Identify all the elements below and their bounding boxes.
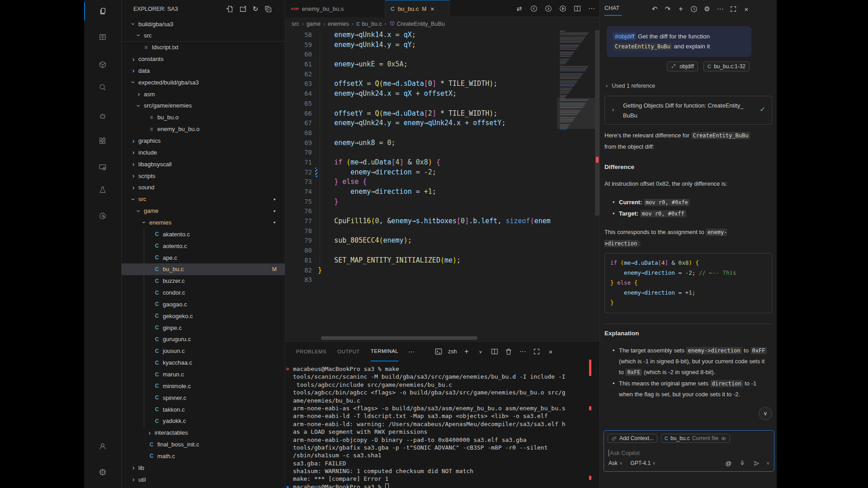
inline-code-chip[interactable]: mov r0, #0xfe <box>644 199 690 206</box>
expand-chat-icon[interactable] <box>729 5 737 13</box>
chat-tab[interactable]: CHAT <box>604 5 619 11</box>
panel-more-tabs-icon[interactable]: ⋯ <box>408 348 415 355</box>
chat-settings-icon[interactable]: ⚙ <box>703 5 711 13</box>
collapse-all-icon[interactable] <box>264 5 272 13</box>
tree-item-jousun-c[interactable]: Cjousun.c <box>122 345 285 357</box>
tree-item-kyacchaa-c[interactable]: Ckyacchaa.c <box>122 357 285 369</box>
redo-icon[interactable]: ↷ <box>664 5 672 13</box>
code-line[interactable] <box>318 50 557 60</box>
tree-item-yadokk-c[interactable]: Cyadokk.c <box>122 415 285 427</box>
tree-item-guruguru-c[interactable]: Cguruguru.c <box>122 333 285 345</box>
close-chat-icon[interactable]: × <box>742 5 750 13</box>
package-icon[interactable] <box>94 56 112 74</box>
breadcrumb-game[interactable]: game <box>307 21 321 27</box>
refresh-icon[interactable]: ↻ <box>251 5 259 13</box>
send-button[interactable] <box>752 459 760 467</box>
minimap[interactable] <box>557 30 595 166</box>
chat-more-icon[interactable]: ⋯ <box>716 5 724 13</box>
tree-item-interactables[interactable]: ›interactables <box>122 427 285 439</box>
code-line[interactable] <box>318 99 557 109</box>
more-actions-icon[interactable]: ⋯ <box>587 5 596 13</box>
code-line[interactable]: } <box>318 197 557 207</box>
send-options-chevron[interactable]: ∨ <box>766 461 769 465</box>
code-line[interactable]: CpuFill16(0, &enemy→s.hitboxes[0].b.left… <box>318 216 557 226</box>
tree-item-include[interactable]: ›include <box>122 146 285 158</box>
editor-vertical-scrollbar[interactable] <box>595 30 599 216</box>
overview-ruler[interactable] <box>595 30 599 341</box>
breadcrumb-symbol[interactable]: CreateEntity_BuBu <box>389 20 445 28</box>
tree-item-src[interactable]: ›src <box>122 30 285 42</box>
tree-item-gekogeko-c[interactable]: Cgekogeko.c <box>122 310 285 322</box>
tree-item-marun-c[interactable]: Cmarun.c <box>122 369 285 380</box>
tree-item-akatento-c[interactable]: Cakatento.c <box>122 228 285 240</box>
attachment-chip-bu-bu-c-1-32[interactable]: Cbu_bu.c:1-32 <box>703 61 750 71</box>
code-line[interactable]: enemy→qUnk24.y = enemy→qUnk24.x + offset… <box>318 118 557 128</box>
book-icon[interactable] <box>94 28 112 46</box>
model-selector[interactable]: GPT-4.1∨ <box>631 460 656 466</box>
tree-item-takkon-c[interactable]: Ctakkon.c <box>122 404 285 415</box>
tree-item-data[interactable]: ›data <box>122 65 285 76</box>
compare-changes-icon[interactable]: ⇄ <box>515 5 524 13</box>
inline-code-chip[interactable]: CreateEntity_BuBu <box>613 43 672 50</box>
tree-item-gaogao-c[interactable]: Cgaogao.c <box>122 298 285 310</box>
tab-problems[interactable]: PROBLEMS <box>296 342 326 361</box>
scroll-down-button[interactable]: ∨ <box>759 407 772 420</box>
code-line[interactable]: enemy→direction = -2; <box>318 168 557 178</box>
remote-icon[interactable] <box>94 158 112 176</box>
explorer-icon[interactable] <box>94 2 112 20</box>
code-line[interactable] <box>318 246 557 256</box>
breadcrumb-src[interactable]: src <box>292 21 299 27</box>
code-line[interactable]: offsetX = Q(me→d.sData[0] * TILE_WIDTH); <box>318 79 557 89</box>
code-line[interactable]: SET_MAP_ENTITY_INITIALIZED(me); <box>318 256 557 266</box>
code-line[interactable]: if (me→d.uData[4] & 0x8) { <box>318 158 557 168</box>
chat-code-block[interactable]: if (me→d.uData[4] & 0x8) { enemy→directi… <box>604 253 772 313</box>
inline-code-chip[interactable]: 0xFF <box>750 347 767 354</box>
used-references-toggle[interactable]: › Used 1 reference <box>606 82 655 89</box>
tree-item-buzzer-c[interactable]: Cbuzzer.c <box>122 275 285 287</box>
tree-item-asm[interactable]: ›asm <box>122 88 285 100</box>
tree-item-ldscript-txt[interactable]: ≡ldscript.txt <box>122 42 285 53</box>
code-line[interactable]: enemy→qUnk24.x = qX + offsetX; <box>318 89 557 99</box>
history-icon[interactable] <box>690 5 698 13</box>
tree-item-util[interactable]: ›util <box>122 474 285 485</box>
code-line[interactable]: enemy→unk8 = 0; <box>318 138 557 148</box>
extensions-icon[interactable] <box>94 132 112 150</box>
current-file-chip[interactable]: C bu_bu.c Current file <box>661 434 730 443</box>
terminal[interactable]: ⊗macabeus@MacBookPro sa3 % maketools/sca… <box>286 365 589 488</box>
tree-item-spinner-c[interactable]: Cspinner.c <box>122 392 285 404</box>
tree-item-ape-c[interactable]: Cape.c <box>122 252 285 263</box>
tree-item-libagbsyscall[interactable]: ›libagbsyscall <box>122 158 285 170</box>
tree-item-expected-build-gba-sa3[interactable]: ›expected/build/gba/sa3 <box>122 76 285 88</box>
tab-terminal[interactable]: TERMINAL <box>371 342 398 361</box>
tree-item-aotento-c[interactable]: Caotento.c <box>122 240 285 252</box>
code-line[interactable]: } else { <box>318 177 557 187</box>
terminal-more-icon[interactable]: ⋯ <box>518 347 527 356</box>
code-editor[interactable]: 5859606162636465666768697071727374757677… <box>285 30 599 341</box>
mode-selector[interactable]: Ask∨ <box>609 460 623 466</box>
editor-horizontal-scrollbar[interactable] <box>321 336 477 340</box>
tree-item-src[interactable]: ›src● <box>122 193 285 205</box>
tree-item-bu-bu-c[interactable]: Cbu_bu.cM <box>122 263 285 275</box>
attachment-chip-objdiff[interactable]: objdiff <box>667 61 698 71</box>
kill-terminal-icon[interactable] <box>504 347 513 356</box>
account-icon[interactable] <box>94 437 112 455</box>
hash-reference-chip[interactable]: #objdiff <box>613 33 636 40</box>
tree-item-graphics[interactable]: ›graphics <box>122 135 285 147</box>
split-editor-icon[interactable] <box>573 5 581 13</box>
undo-icon[interactable]: ↶ <box>651 5 659 13</box>
code-line[interactable] <box>318 148 557 158</box>
new-terminal-icon[interactable]: + <box>462 347 471 356</box>
tree-item-final-boss-init-c[interactable]: Cfinal_boss_init.c <box>122 439 285 450</box>
new-chat-icon[interactable]: + <box>677 5 685 13</box>
tree-item-condor-c[interactable]: Ccondor.c <box>122 287 285 299</box>
tab-output[interactable]: OUTPUT <box>337 342 360 361</box>
tree-item-src-game-enemies[interactable]: ›src/game/enemies <box>122 100 285 112</box>
tree-item-sound[interactable]: ›sound <box>122 182 285 193</box>
tab-enemy-bu-bu-s[interactable]: ASM enemy_bu_bu.s <box>285 0 385 17</box>
tool-call-card[interactable]: › Getting Objects Diff for function: Cre… <box>604 96 772 125</box>
timeline-icon[interactable] <box>94 207 112 225</box>
new-file-icon[interactable] <box>226 5 234 13</box>
code-line[interactable]: enemy→qUnk14.x = qX; <box>318 30 557 40</box>
inline-code-chip[interactable]: enemy->direction <box>686 347 742 354</box>
next-change-icon[interactable] <box>544 5 552 13</box>
